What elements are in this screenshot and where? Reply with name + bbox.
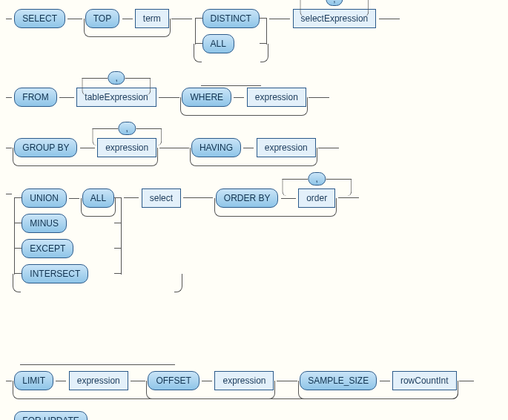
- opt-having: HAVING expression: [191, 138, 316, 157]
- loop-group-expression: , expression: [97, 138, 156, 157]
- ref-row-count-int: rowCountInt: [392, 371, 457, 390]
- loop-table-expression: , tableExpression: [76, 88, 156, 107]
- kw-sample-size: SAMPLE_SIZE: [300, 371, 377, 390]
- opt-group-by: GROUP BY , expression: [14, 138, 156, 157]
- opt-union-all: ALL: [82, 188, 114, 208]
- kw-except: EXCEPT: [22, 239, 73, 258]
- kw-top: TOP: [85, 9, 119, 28]
- kw-limit: LIMIT: [14, 371, 53, 390]
- kw-for-update: FOR UPDATE: [14, 411, 87, 420]
- kw-having: HAVING: [191, 138, 241, 157]
- kw-group-by: GROUP BY: [14, 138, 77, 157]
- ref-where-expression: expression: [247, 88, 306, 107]
- loop-comma: ,: [309, 172, 326, 186]
- loop-order: , order: [298, 188, 335, 208]
- opt-for-update: FOR UPDATE: [14, 411, 87, 420]
- kw-order-by: ORDER BY: [216, 188, 279, 208]
- ref-having-expression: expression: [257, 138, 316, 157]
- kw-union-all: ALL: [82, 188, 114, 208]
- opt-top: TOP term: [85, 9, 169, 28]
- kw-minus: MINUS: [22, 214, 67, 233]
- loop-comma: ,: [108, 71, 125, 85]
- alt-setops: UNION ALL MINUS EXCEPT INTERSECT: [14, 188, 122, 283]
- alt-distinct-all: DISTINCT ALL: [195, 9, 267, 53]
- opt-offset: OFFSET expression: [148, 371, 274, 390]
- ref-term: term: [135, 9, 169, 28]
- loop-comma: ,: [119, 122, 136, 135]
- kw-where: WHERE: [182, 88, 231, 107]
- rail-row-group: GROUP BY , expression HAVING expression: [6, 138, 502, 157]
- opt-order-by: ORDER BY , order: [216, 188, 335, 208]
- kw-offset: OFFSET: [148, 371, 199, 390]
- opt-sample-size: SAMPLE_SIZE rowCountInt: [300, 371, 456, 390]
- kw-all: ALL: [202, 34, 234, 53]
- rail-row-for-update: FOR UPDATE: [6, 411, 502, 420]
- loop-comma: ,: [326, 0, 343, 6]
- ref-limit-expression: expression: [69, 371, 128, 390]
- opt-setop: UNION ALL MINUS EXCEPT INTERSECT select: [14, 188, 181, 283]
- kw-distinct: DISTINCT: [202, 9, 260, 28]
- ref-select: select: [142, 188, 181, 208]
- loop-select-expression: , selectExpression: [293, 9, 377, 28]
- rail-row-setops: UNION ALL MINUS EXCEPT INTERSECT select …: [6, 188, 502, 283]
- kw-select: SELECT: [14, 9, 65, 28]
- opt-limit: LIMIT expression OFFSET expression SAMPL…: [14, 371, 456, 390]
- opt-where: WHERE expression: [182, 88, 306, 107]
- kw-intersect: INTERSECT: [22, 264, 88, 283]
- rail-row-select: SELECT TOP term DISTINCT ALL , selectExp…: [6, 9, 502, 53]
- kw-union: UNION: [22, 188, 67, 208]
- kw-from: FROM: [14, 88, 56, 107]
- rail-row-from: FROM , tableExpression WHERE expression: [6, 88, 502, 107]
- rail-row-limit: LIMIT expression OFFSET expression SAMPL…: [6, 371, 502, 390]
- ref-offset-expression: expression: [214, 371, 274, 390]
- opt-distinct-all: DISTINCT ALL: [195, 9, 267, 53]
